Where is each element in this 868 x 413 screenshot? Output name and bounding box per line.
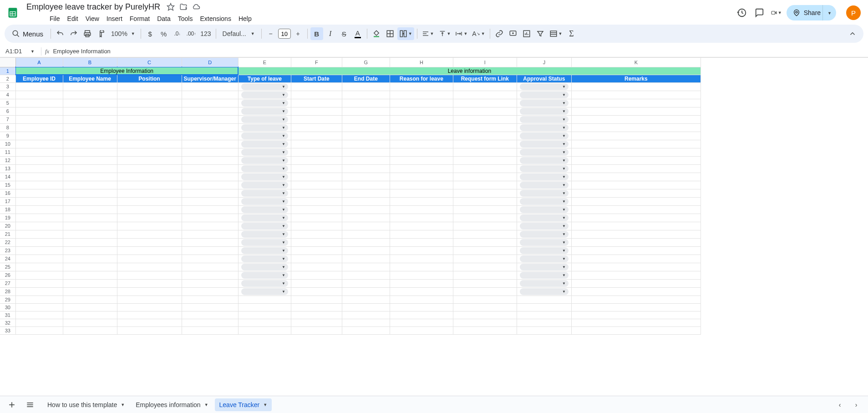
cell-E20[interactable]: ▼	[238, 222, 291, 230]
cell-C11[interactable]	[117, 148, 182, 156]
cell-F19[interactable]	[291, 214, 342, 222]
cell-A18[interactable]	[15, 205, 63, 214]
cell-B27[interactable]	[63, 279, 117, 287]
dropdown-chip-E15[interactable]: ▼	[241, 182, 288, 189]
cell-E32[interactable]	[238, 319, 291, 326]
cell-J17[interactable]: ▼	[517, 197, 571, 205]
cell-J31[interactable]	[517, 311, 571, 319]
cell-I18[interactable]	[453, 205, 517, 214]
cell-A10[interactable]	[15, 140, 63, 148]
cell-E6[interactable]: ▼	[238, 107, 291, 115]
cell-B25[interactable]	[63, 263, 117, 271]
cell-H13[interactable]	[390, 164, 453, 173]
dropdown-chip-J10[interactable]: ▼	[520, 141, 569, 148]
cell-A26[interactable]	[15, 271, 63, 279]
row-header-4[interactable]: 4	[0, 91, 15, 99]
cell-H21[interactable]	[390, 230, 453, 238]
cell-H14[interactable]	[390, 173, 453, 181]
cell-A9[interactable]	[15, 132, 63, 140]
dropdown-chip-J23[interactable]: ▼	[520, 247, 569, 254]
cell-D12[interactable]	[182, 156, 238, 164]
cell-J2[interactable]: Approval Status	[517, 75, 571, 82]
cell-A31[interactable]	[15, 311, 63, 319]
cell-D29[interactable]	[182, 296, 238, 303]
cell-C4[interactable]	[117, 91, 182, 99]
cell-D6[interactable]	[182, 107, 238, 115]
dropdown-chip-J17[interactable]: ▼	[520, 198, 569, 205]
cell-I12[interactable]	[453, 156, 517, 164]
italic-button[interactable]: I	[324, 27, 337, 40]
dropdown-chip-J20[interactable]: ▼	[520, 223, 569, 229]
cell-E9[interactable]: ▼	[238, 132, 291, 140]
cell-K11[interactable]	[571, 148, 700, 156]
cell-J25[interactable]: ▼	[517, 263, 571, 271]
dropdown-chip-J6[interactable]: ▼	[520, 108, 569, 115]
cell-G28[interactable]	[342, 287, 390, 296]
cell-F32[interactable]	[291, 319, 342, 326]
cell-I5[interactable]	[453, 99, 517, 107]
cell-C14[interactable]	[117, 173, 182, 181]
cell-J20[interactable]: ▼	[517, 222, 571, 230]
dropdown-chip-E10[interactable]: ▼	[241, 141, 288, 148]
cell-D18[interactable]	[182, 205, 238, 214]
document-title[interactable]: Employee leave tracker by PurelyHR	[24, 1, 163, 13]
cell-C26[interactable]	[117, 271, 182, 279]
sheets-app-icon[interactable]	[4, 4, 22, 22]
dropdown-chip-E28[interactable]: ▼	[241, 288, 288, 295]
dropdown-chip-J5[interactable]: ▼	[520, 100, 569, 107]
cell-K25[interactable]	[571, 263, 700, 271]
cell-G2[interactable]: End Date	[342, 75, 390, 82]
cell-E23[interactable]: ▼	[238, 246, 291, 255]
cell-C30[interactable]	[117, 303, 182, 311]
cell-K20[interactable]	[571, 222, 700, 230]
cell-C3[interactable]	[117, 82, 182, 91]
cell-G29[interactable]	[342, 296, 390, 303]
cell-B20[interactable]	[63, 222, 117, 230]
cell-A1[interactable]: Employee Information	[15, 67, 238, 75]
cell-K3[interactable]	[571, 82, 700, 91]
cell-E33[interactable]	[238, 326, 291, 334]
meet-icon[interactable]: ▼	[771, 7, 782, 18]
dropdown-chip-J26[interactable]: ▼	[520, 272, 569, 279]
cell-J12[interactable]: ▼	[517, 156, 571, 164]
h-align-button[interactable]: ▼	[420, 27, 436, 40]
spreadsheet-grid[interactable]: ABCDEFGHIJK1Employee InformationLeave in…	[0, 57, 868, 384]
cell-B19[interactable]	[63, 214, 117, 222]
dropdown-chip-J4[interactable]: ▼	[520, 92, 569, 98]
cell-F21[interactable]	[291, 230, 342, 238]
cell-G25[interactable]	[342, 263, 390, 271]
cell-H28[interactable]	[390, 287, 453, 296]
rotate-button[interactable]: A↘▼	[470, 27, 487, 40]
cell-E10[interactable]: ▼	[238, 140, 291, 148]
cell-A25[interactable]	[15, 263, 63, 271]
cell-H22[interactable]	[390, 238, 453, 246]
cell-H17[interactable]	[390, 197, 453, 205]
row-header-30[interactable]: 30	[0, 303, 15, 311]
cell-D3[interactable]	[182, 82, 238, 91]
cell-G14[interactable]	[342, 173, 390, 181]
cell-D21[interactable]	[182, 230, 238, 238]
cell-F23[interactable]	[291, 246, 342, 255]
table-view-button[interactable]: ▼	[548, 27, 564, 40]
cell-K10[interactable]	[571, 140, 700, 148]
row-header-9[interactable]: 9	[0, 132, 15, 140]
zoom-select[interactable]: 100% ▼	[108, 27, 138, 40]
print-button[interactable]	[81, 27, 94, 40]
cell-I28[interactable]	[453, 287, 517, 296]
cell-I32[interactable]	[453, 319, 517, 326]
cell-E4[interactable]: ▼	[238, 91, 291, 99]
dropdown-chip-E14[interactable]: ▼	[241, 173, 288, 180]
cell-F26[interactable]	[291, 271, 342, 279]
cell-B3[interactable]	[63, 82, 117, 91]
cell-D32[interactable]	[182, 319, 238, 326]
cell-A15[interactable]	[15, 181, 63, 189]
cell-D11[interactable]	[182, 148, 238, 156]
cell-E14[interactable]: ▼	[238, 173, 291, 181]
decrease-decimal-button[interactable]: .0↓	[171, 27, 184, 40]
row-header-15[interactable]: 15	[0, 181, 15, 189]
cell-A5[interactable]	[15, 99, 63, 107]
cell-K13[interactable]	[571, 164, 700, 173]
col-header-I[interactable]: I	[453, 58, 517, 67]
cell-H4[interactable]	[390, 91, 453, 99]
cell-C7[interactable]	[117, 115, 182, 123]
